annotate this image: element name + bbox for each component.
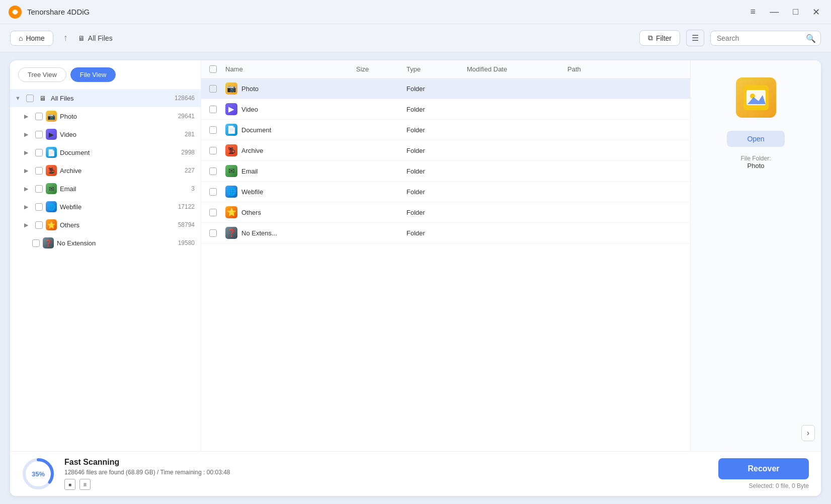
row-checkbox-email[interactable] bbox=[209, 167, 217, 175]
checkbox-noext[interactable] bbox=[32, 239, 40, 247]
row-checkbox-video[interactable] bbox=[209, 106, 217, 113]
header-size: Size bbox=[356, 65, 406, 73]
table-row[interactable]: ❓ No Extens... Folder bbox=[201, 223, 690, 243]
breadcrumb: 🖥 All Files bbox=[78, 34, 113, 42]
email-count: 3 bbox=[191, 185, 195, 192]
row-others-type: Folder bbox=[406, 209, 467, 216]
row-photo-icon: 📷 bbox=[225, 82, 237, 95]
search-input[interactable] bbox=[710, 31, 821, 46]
document-count: 2998 bbox=[181, 149, 195, 156]
open-button[interactable]: Open bbox=[727, 131, 784, 147]
row-name-web: 🌐 Webfile bbox=[225, 186, 356, 198]
row-web-label: Webfile bbox=[241, 188, 263, 196]
tree-item-document[interactable]: ▶ 📄 Document 2998 bbox=[10, 143, 201, 161]
row-checkbox-noext[interactable] bbox=[209, 229, 217, 237]
minimize-button[interactable]: — bbox=[767, 6, 782, 18]
noext-count: 19580 bbox=[178, 239, 195, 246]
row-name-photo: 📷 Photo bbox=[225, 82, 356, 95]
webfile-label: Webfile bbox=[60, 203, 175, 211]
expand-arrow-archive: ▶ bbox=[24, 167, 32, 174]
video-icon: ▶ bbox=[46, 129, 57, 140]
file-view-button[interactable]: File View bbox=[70, 67, 116, 82]
menu-button[interactable]: ≡ bbox=[747, 6, 759, 18]
table-row[interactable]: 📷 Photo Folder bbox=[201, 78, 690, 99]
tree-item-archive[interactable]: ▶ 🗜 Archive 227 bbox=[10, 161, 201, 180]
recover-button[interactable]: Recover bbox=[718, 458, 809, 479]
photo-count: 29641 bbox=[178, 113, 195, 120]
table-row[interactable]: 🌐 Webfile Folder bbox=[201, 182, 690, 202]
row-checkbox-doc[interactable] bbox=[209, 126, 217, 134]
expand-preview-button[interactable]: › bbox=[801, 425, 815, 441]
sidebar: Tree View File View ▼ 🖥 All Files 128646… bbox=[10, 60, 201, 451]
row-video-icon: ▶ bbox=[225, 103, 237, 115]
others-label: Others bbox=[60, 221, 175, 229]
expand-arrow-all-files: ▼ bbox=[15, 95, 23, 101]
drive-icon: 🖥 bbox=[78, 34, 85, 42]
header-checkbox[interactable] bbox=[209, 65, 217, 73]
preview-file-icon bbox=[736, 77, 776, 118]
row-archive-icon: 🗜 bbox=[225, 144, 237, 156]
header-name: Name bbox=[225, 65, 356, 73]
table-row[interactable]: 🗜 Archive Folder bbox=[201, 140, 690, 161]
tree-item-email[interactable]: ▶ ✉ Email 3 bbox=[10, 180, 201, 198]
table-row[interactable]: ▶ Video Folder bbox=[201, 99, 690, 120]
tree-view-button[interactable]: Tree View bbox=[18, 67, 66, 82]
all-files-breadcrumb: All Files bbox=[88, 34, 113, 42]
row-checkbox-archive[interactable] bbox=[209, 147, 217, 154]
file-list-header: Name Size Type Modified Date Path bbox=[201, 60, 690, 78]
row-web-type: Folder bbox=[406, 188, 467, 196]
checkbox-archive[interactable] bbox=[35, 167, 43, 175]
tree-item-webfile[interactable]: ▶ 🌐 Webfile 17122 bbox=[10, 198, 201, 216]
search-button[interactable]: 🔍 bbox=[806, 33, 816, 43]
toolbar: ⌂ Home ↑ 🖥 All Files ⧉ Filter ☰ 🔍 bbox=[0, 24, 831, 52]
checkbox-photo[interactable] bbox=[35, 113, 43, 120]
main-content: Tree View File View ▼ 🖥 All Files 128646… bbox=[0, 52, 831, 504]
checkbox-webfile[interactable] bbox=[35, 203, 43, 211]
row-checkbox-others[interactable] bbox=[209, 209, 217, 216]
row-name-archive: 🗜 Archive bbox=[225, 144, 356, 156]
row-checkbox-photo[interactable] bbox=[209, 85, 217, 93]
photo-icon: 📷 bbox=[46, 111, 57, 122]
checkbox-others[interactable] bbox=[35, 221, 43, 229]
pause-button[interactable]: ⏸ bbox=[79, 479, 91, 490]
row-noext-type: Folder bbox=[406, 229, 467, 237]
row-video-type: Folder bbox=[406, 106, 467, 113]
stop-button[interactable]: ■ bbox=[64, 479, 75, 490]
main-panel: Tree View File View ▼ 🖥 All Files 128646… bbox=[10, 60, 821, 496]
video-count: 281 bbox=[185, 131, 195, 138]
email-label: Email bbox=[60, 185, 188, 193]
back-button[interactable]: ↑ bbox=[59, 31, 72, 45]
table-row[interactable]: 📄 Document Folder bbox=[201, 120, 690, 140]
row-email-label: Email bbox=[241, 167, 258, 175]
home-button[interactable]: ⌂ Home bbox=[10, 31, 53, 46]
row-doc-label: Document bbox=[241, 126, 271, 134]
progress-label: 35% bbox=[32, 470, 45, 478]
tree-item-all-files[interactable]: ▼ 🖥 All Files 128646 bbox=[10, 89, 201, 107]
checkbox-document[interactable] bbox=[35, 149, 43, 156]
checkbox-video[interactable] bbox=[35, 131, 43, 138]
tree-item-video[interactable]: ▶ ▶ Video 281 bbox=[10, 125, 201, 143]
table-row[interactable]: ⭐ Others Folder bbox=[201, 202, 690, 223]
tree-item-photo[interactable]: ▶ 📷 Photo 29641 bbox=[10, 107, 201, 125]
close-button[interactable]: ✕ bbox=[809, 6, 823, 19]
title-bar-controls: ≡ — □ ✕ bbox=[747, 6, 823, 19]
archive-count: 227 bbox=[185, 167, 195, 174]
document-icon: 📄 bbox=[46, 147, 57, 158]
expand-arrow-photo: ▶ bbox=[24, 113, 32, 120]
tree-item-others[interactable]: ▶ ⭐ Others 58794 bbox=[10, 216, 201, 234]
tree-item-noext[interactable]: ❓ No Extension 19580 bbox=[10, 234, 201, 252]
checkbox-all-files[interactable] bbox=[26, 95, 34, 102]
row-checkbox-web[interactable] bbox=[209, 188, 217, 196]
file-list-area: Name Size Type Modified Date Path 📷 Phot… bbox=[201, 60, 690, 451]
checkbox-email[interactable] bbox=[35, 185, 43, 193]
row-web-icon: 🌐 bbox=[225, 186, 237, 198]
table-row[interactable]: ✉ Email Folder bbox=[201, 161, 690, 182]
bottom-bar: 35% Fast Scanning 128646 files are found… bbox=[10, 451, 821, 496]
webfile-icon: 🌐 bbox=[46, 201, 57, 212]
maximize-button[interactable]: □ bbox=[790, 6, 801, 18]
preview-panel: Open File Folder: Photo › bbox=[690, 60, 821, 451]
filter-button[interactable]: ⧉ Filter bbox=[639, 30, 680, 46]
list-view-button[interactable]: ☰ bbox=[686, 30, 704, 46]
app-title: Tenorshare 4DDiG bbox=[27, 8, 90, 16]
row-doc-icon: 📄 bbox=[225, 124, 237, 136]
